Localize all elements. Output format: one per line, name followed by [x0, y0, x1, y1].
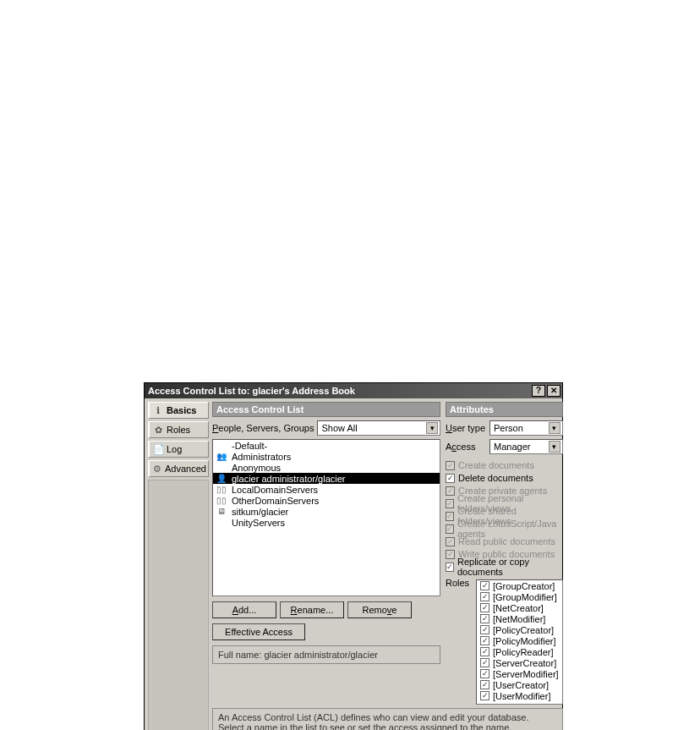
role-label: [UserCreator] [493, 680, 549, 690]
role-row[interactable]: ✓[PolicyModifier] [477, 635, 562, 646]
checkbox[interactable]: ✓ [480, 658, 489, 667]
role-row[interactable]: ✓[NetModifier] [477, 613, 562, 624]
fullname-box: Full name: glacier administrator/glacier [212, 645, 440, 664]
checkbox[interactable]: ✓ [480, 680, 489, 689]
log-icon: 📄 [153, 444, 163, 454]
role-row[interactable]: ✓[UserModifier] [477, 690, 562, 701]
effective-access-button[interactable]: Effective Access [212, 623, 305, 640]
checkbox[interactable]: ✓ [480, 581, 489, 590]
side-tab-label: Advanced [165, 464, 206, 474]
role-row[interactable]: ✓[UserCreator] [477, 679, 562, 690]
role-label: [NetModifier] [493, 614, 545, 624]
role-row[interactable]: ✓[ServerModifier] [477, 668, 562, 679]
checkbox[interactable]: ✓ [480, 603, 489, 612]
basics-icon: ℹ [153, 405, 163, 415]
role-label: [GroupCreator] [493, 581, 555, 591]
checkbox: ✓ [446, 512, 454, 521]
entry-label: Administrators [232, 452, 291, 462]
roles-label: Roles [446, 578, 473, 588]
role-label: [ServerCreator] [493, 658, 556, 668]
window-title: Access Control List to: glacier's Addres… [148, 386, 355, 396]
entry-label: sitkum/glacier [232, 507, 288, 517]
add-button[interactable]: Add... [212, 601, 276, 618]
list-item[interactable]: UnityServers [213, 517, 440, 528]
acl-listbox[interactable]: -Default-👥AdministratorsAnonymous👤glacie… [212, 439, 440, 596]
entry-icon: 👤 [216, 475, 227, 483]
permissions-group: ✓Create documents✓Delete documents✓Creat… [446, 459, 563, 573]
role-label: [GroupModifier] [493, 592, 557, 602]
entry-icon: ▯▯ [216, 497, 227, 505]
role-label: [NetCreator] [493, 603, 544, 613]
list-item[interactable]: 👤glacier administrator/glacier [213, 473, 440, 484]
checkbox: ✓ [446, 461, 455, 470]
usertype-value: Person [494, 423, 523, 433]
checkbox: ✓ [446, 537, 455, 546]
entry-icon [216, 519, 227, 527]
permission-row: ✓Create LotusScript/Java agents [446, 523, 563, 535]
list-item[interactable]: 🖥sitkum/glacier [213, 506, 440, 517]
list-item[interactable]: Anonymous [213, 462, 440, 473]
side-tab-advanced[interactable]: ⚙ Advanced [148, 460, 209, 477]
side-tab-label: Roles [167, 425, 190, 435]
acl-dialog: Access Control List to: glacier's Addres… [144, 382, 563, 730]
role-row[interactable]: ✓[GroupModifier] [477, 591, 562, 602]
usertype-combo[interactable]: Person ▾ [489, 420, 563, 436]
role-row[interactable]: ✓[NetCreator] [477, 602, 562, 613]
entry-icon: 🖥 [216, 508, 227, 516]
checkbox[interactable]: ✓ [480, 636, 489, 645]
filter-combo[interactable]: Show All ▾ [317, 420, 440, 436]
roles-icon: ✿ [153, 425, 163, 435]
entry-icon: ▯▯ [216, 486, 227, 494]
permission-label: Read public documents [458, 536, 555, 546]
filter-value: Show All [321, 423, 357, 433]
side-tab-log[interactable]: 📄 Log [148, 441, 209, 458]
checkbox[interactable]: ✓ [480, 592, 489, 601]
help-button[interactable]: ? [532, 385, 545, 397]
roles-listbox[interactable]: ✓[GroupCreator]✓[GroupModifier]✓[NetCrea… [476, 579, 563, 705]
rename-button[interactable]: Rename... [280, 601, 344, 618]
role-row[interactable]: ✓[PolicyCreator] [477, 624, 562, 635]
entry-label: OtherDomainServers [232, 496, 319, 506]
entry-label: UnityServers [232, 518, 285, 528]
list-item[interactable]: 👥Administrators [213, 451, 440, 462]
permission-row[interactable]: ✓Replicate or copy documents [446, 561, 563, 573]
checkbox: ✓ [446, 499, 454, 508]
entry-label: Anonymous [232, 463, 281, 473]
sidebar: ℹ Basics ✿ Roles 📄 Log ⚙ Advanced [148, 402, 209, 730]
checkbox[interactable]: ✓ [446, 563, 454, 572]
list-item[interactable]: ▯▯OtherDomainServers [213, 495, 440, 506]
titlebar[interactable]: Access Control List to: glacier's Addres… [145, 383, 562, 398]
usertype-label: User type [446, 423, 486, 433]
access-label: Access [446, 442, 486, 452]
filter-label: People, Servers, Groups [212, 423, 314, 433]
chevron-down-icon: ▾ [549, 422, 561, 434]
role-row[interactable]: ✓[GroupCreator] [477, 580, 562, 591]
role-row[interactable]: ✓[PolicyReader] [477, 646, 562, 657]
checkbox[interactable]: ✓ [480, 614, 489, 623]
side-tab-roles[interactable]: ✿ Roles [148, 421, 209, 438]
chevron-down-icon: ▾ [426, 422, 438, 434]
attributes-header: Attributes [446, 402, 563, 417]
role-row[interactable]: ✓[ServerCreator] [477, 657, 562, 668]
entry-label: LocalDomainServers [232, 485, 318, 495]
advanced-icon: ⚙ [153, 464, 161, 474]
access-combo[interactable]: Manager ▾ [489, 439, 563, 454]
close-button[interactable]: ✕ [547, 385, 561, 397]
list-item[interactable]: -Default- [213, 440, 440, 451]
remove-button[interactable]: Remove [347, 601, 412, 618]
checkbox: ✓ [446, 524, 454, 534]
checkbox[interactable]: ✓ [480, 625, 489, 634]
checkbox[interactable]: ✓ [480, 691, 489, 700]
hint-box: An Access Control List (ACL) defines who… [212, 708, 563, 730]
entry-icon [216, 442, 227, 450]
side-tab-label: Log [167, 444, 182, 454]
list-item[interactable]: ▯▯LocalDomainServers [213, 484, 440, 495]
checkbox[interactable]: ✓ [480, 669, 489, 678]
entry-icon: 👥 [216, 453, 227, 461]
role-label: [PolicyCreator] [493, 625, 554, 635]
entry-icon [216, 464, 227, 472]
checkbox[interactable]: ✓ [480, 647, 489, 656]
permission-row[interactable]: ✓Delete documents [446, 472, 563, 484]
side-tab-basics[interactable]: ℹ Basics [148, 402, 209, 419]
checkbox[interactable]: ✓ [446, 474, 455, 483]
